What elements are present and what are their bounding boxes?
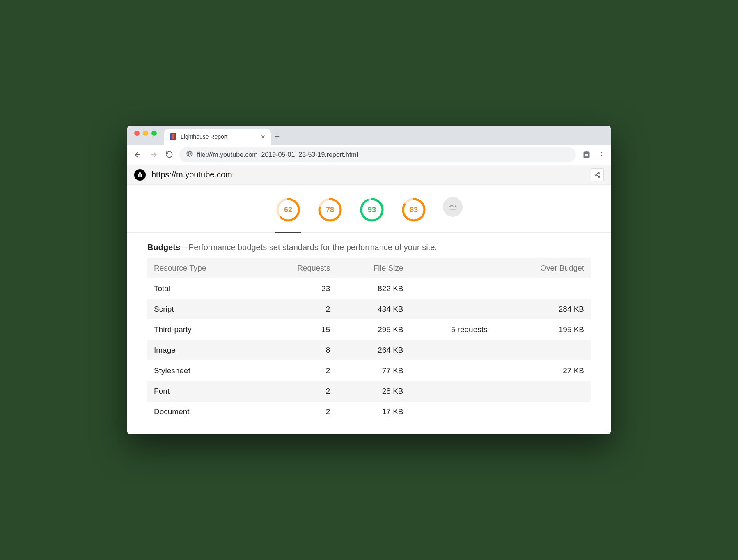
svg-point-2: [595, 174, 596, 176]
pwa-badge-icon: PWA: [443, 197, 463, 217]
table-row: Font228 KB: [147, 381, 591, 402]
back-button[interactable]: [133, 149, 143, 160]
cell-resource: Font: [147, 381, 259, 402]
share-button[interactable]: [591, 168, 604, 181]
cell-over-requests: [410, 299, 494, 319]
gauge-score: 83: [401, 197, 426, 223]
table-row: Stylesheet277 KB27 KB: [147, 360, 591, 381]
gauge-score: 93: [359, 197, 385, 223]
lighthouse-logo-icon: [134, 169, 146, 181]
table-row: Document217 KB: [147, 402, 591, 422]
browser-toolbar: file:///m.youtube.com_2019-05-01_23-53-1…: [127, 145, 611, 165]
svg-point-1: [598, 172, 600, 174]
table-header-row: Resource Type Requests File Size Over Bu…: [147, 258, 591, 278]
cell-resource: Script: [147, 299, 259, 319]
forward-button[interactable]: [148, 149, 159, 160]
cell-requests: 23: [259, 278, 337, 299]
cell-over-size: [494, 381, 591, 402]
pwa-gauge[interactable]: PWA: [443, 197, 463, 223]
tab-title: Lighthouse Report: [181, 133, 257, 140]
cell-over-requests: [410, 360, 494, 381]
cell-requests: 2: [259, 299, 337, 319]
cell-over-size: [494, 278, 591, 299]
lighthouse-favicon-icon: [170, 133, 176, 140]
window-minimize-button[interactable]: [143, 131, 148, 136]
col-file-size: File Size: [337, 258, 410, 278]
budgets-table: Resource Type Requests File Size Over Bu…: [147, 258, 591, 422]
browser-window: Lighthouse Report × + file:///m.youtube.…: [127, 126, 611, 434]
browser-menu-button[interactable]: ⋮: [597, 150, 605, 160]
cell-resource: Image: [147, 340, 259, 360]
score-gauge[interactable]: 83: [401, 197, 426, 223]
cell-over-requests: [410, 402, 494, 422]
reload-icon: [165, 151, 173, 158]
table-row: Image8264 KB: [147, 340, 591, 360]
cell-over-size: [494, 340, 591, 360]
cell-over-requests: [410, 381, 494, 402]
cell-over-requests: [410, 340, 494, 360]
report-url: https://m.youtube.com: [151, 170, 232, 179]
cell-resource: Total: [147, 278, 259, 299]
browser-tab[interactable]: Lighthouse Report ×: [164, 129, 271, 145]
table-row: Total23822 KB: [147, 278, 591, 299]
globe-icon: [186, 150, 193, 159]
cell-size: 822 KB: [337, 278, 410, 299]
cell-requests: 2: [259, 381, 337, 402]
budgets-section: Budgets—Performance budgets set standard…: [127, 233, 611, 434]
window-controls: [131, 131, 161, 140]
cell-size: 77 KB: [337, 360, 410, 381]
svg-point-3: [598, 176, 600, 178]
address-bar[interactable]: file:///m.youtube.com_2019-05-01_23-53-1…: [179, 147, 576, 162]
extension-icon[interactable]: [581, 149, 592, 161]
cell-size: 264 KB: [337, 340, 410, 360]
cell-resource: Third-party: [147, 319, 259, 340]
window-maximize-button[interactable]: [151, 131, 157, 136]
address-bar-url: file:///m.youtube.com_2019-05-01_23-53-1…: [197, 151, 358, 158]
cell-resource: Document: [147, 402, 259, 422]
table-row: Script2434 KB284 KB: [147, 299, 591, 319]
cell-over-size: 195 KB: [494, 319, 591, 340]
arrow-left-icon: [134, 151, 142, 159]
cell-over-requests: 5 requests: [410, 319, 494, 340]
gauge-score: 62: [275, 197, 301, 223]
cell-size: 28 KB: [337, 381, 410, 402]
close-tab-icon[interactable]: ×: [261, 133, 265, 140]
col-requests: Requests: [259, 258, 337, 278]
cell-requests: 15: [259, 319, 337, 340]
score-gauge[interactable]: 93: [359, 197, 385, 223]
window-close-button[interactable]: [134, 131, 140, 136]
cell-over-size: [494, 402, 591, 422]
col-over-budget-requests: [410, 258, 494, 278]
cell-over-size: 27 KB: [494, 360, 591, 381]
share-icon: [594, 171, 601, 178]
reload-button[interactable]: [164, 149, 174, 160]
col-over-budget: Over Budget: [494, 258, 591, 278]
cell-size: 17 KB: [337, 402, 410, 422]
col-resource-type: Resource Type: [147, 258, 259, 278]
cell-over-size: 284 KB: [494, 299, 591, 319]
cell-requests: 8: [259, 340, 337, 360]
score-gauges: 62789383PWA: [127, 185, 611, 233]
cell-over-requests: [410, 278, 494, 299]
lighthouse-header: https://m.youtube.com: [127, 165, 611, 185]
cell-resource: Stylesheet: [147, 360, 259, 381]
cell-requests: 2: [259, 402, 337, 422]
tab-strip: Lighthouse Report × +: [127, 126, 611, 145]
cell-size: 295 KB: [337, 319, 410, 340]
cell-requests: 2: [259, 360, 337, 381]
arrow-right-icon: [149, 151, 158, 159]
table-row: Third-party15295 KB5 requests195 KB: [147, 319, 591, 340]
score-gauge[interactable]: 62: [275, 197, 301, 233]
cell-size: 434 KB: [337, 299, 410, 319]
score-gauge[interactable]: 78: [317, 197, 343, 223]
gauge-score: 78: [317, 197, 343, 223]
budgets-heading: Budgets—Performance budgets set standard…: [147, 243, 591, 252]
new-tab-button[interactable]: +: [271, 129, 283, 145]
